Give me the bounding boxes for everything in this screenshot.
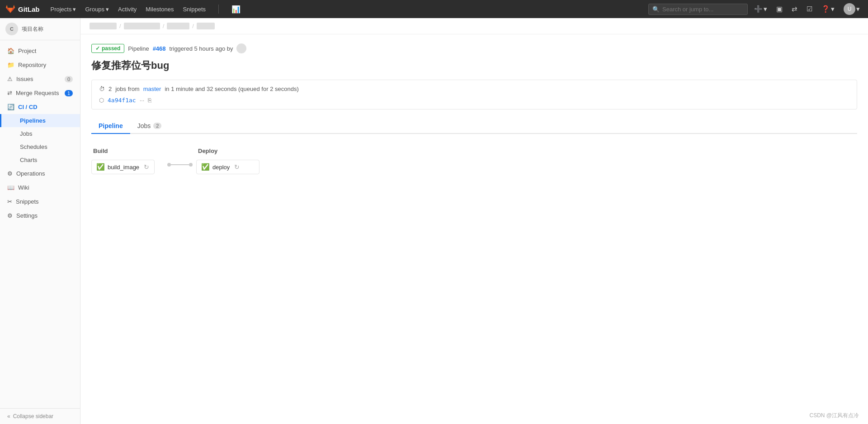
sidebar-nav: 🏠 Project 📁 Repository ⚠ Issues 0 ⇄ Merg… — [0, 40, 80, 408]
breadcrumb: ····· / ····· / ····· / ····· — [80, 18, 868, 34]
stage-deploy-jobs: ✅ deploy — [196, 160, 269, 174]
sidebar: C 项目名称 🏠 Project 📁 Repository ⚠ Issues 0… — [0, 18, 80, 424]
merge-request-icon-button[interactable]: ⇄ — [789, 3, 800, 15]
copy-hash-button[interactable]: ⎘ — [148, 97, 151, 104]
nav-snippets[interactable]: Snippets — [179, 4, 209, 14]
pipeline-number[interactable]: #468 — [153, 45, 166, 52]
gitlab-fox-icon — [5, 4, 15, 14]
merge-requests-badge: 1 — [65, 90, 73, 96]
snippets-icon: ✂ — [7, 198, 12, 205]
sidebar-subitem-charts[interactable]: Charts — [0, 153, 80, 167]
project-icon: 🏠 — [7, 48, 14, 54]
pipeline-title: 修复推荐位号bug — [91, 59, 857, 72]
trigger-user-avatar — [236, 43, 246, 53]
chart-nav-icon[interactable]: 📊 — [228, 3, 244, 15]
new-item-button[interactable]: ➕ — [751, 3, 770, 15]
sidebar-item-snippets[interactable]: ✂ Snippets — [0, 195, 80, 209]
search-input[interactable] — [662, 6, 744, 13]
build-image-status-icon: ✅ — [96, 163, 105, 171]
search-box[interactable]: 🔍 — [648, 4, 748, 15]
deploy-retry-button[interactable] — [234, 163, 240, 171]
watermark: CSDN @江风有点冷 — [809, 412, 859, 419]
sidebar-subitem-schedules[interactable]: Schedules — [0, 140, 80, 153]
sidebar-item-settings[interactable]: ⚙ Settings — [0, 209, 80, 223]
sidebar-item-merge-requests[interactable]: ⇄ Merge Requests 1 — [0, 86, 80, 100]
stage-build: Build ✅ build_image — [91, 148, 164, 174]
panel-icon: ▣ — [776, 5, 783, 13]
jobs-tab-badge: 2 — [153, 123, 161, 129]
duration-text: in 1 minute and 32 seconds (queued for 2… — [165, 86, 298, 92]
pipeline-tabs: Pipeline Jobs 2 — [91, 119, 857, 134]
breadcrumb-sep-2: / — [163, 23, 165, 29]
operations-icon: ⚙ — [7, 170, 13, 177]
commit-icon: ⬡ — [99, 97, 104, 104]
breadcrumb-item-4: ····· — [197, 23, 215, 29]
jobs-from-text: jobs from — [115, 86, 139, 92]
sidebar-item-repository[interactable]: 📁 Repository — [0, 58, 80, 72]
tab-jobs[interactable]: Jobs 2 — [130, 119, 169, 134]
tab-pipeline[interactable]: Pipeline — [91, 119, 130, 134]
brand-name: GitLab — [18, 5, 40, 13]
pipeline-label: Pipeline — [128, 45, 149, 52]
wiki-icon: 📖 — [7, 184, 14, 191]
todo-icon-button[interactable]: ☑ — [804, 3, 815, 15]
pipeline-status-badge: ✓ passed — [91, 44, 124, 53]
ci-cd-icon: 🔄 — [7, 104, 14, 110]
job-build-image[interactable]: ✅ build_image — [91, 160, 155, 174]
sidebar-item-project[interactable]: 🏠 Project — [0, 44, 80, 58]
job-deploy[interactable]: ✅ deploy — [196, 160, 259, 174]
nav-milestones[interactable]: Milestones — [142, 4, 177, 14]
breadcrumb-sep-3: / — [192, 23, 194, 29]
build-image-retry-button[interactable] — [144, 163, 149, 171]
issues-icon: ⚠ — [7, 76, 13, 82]
sidebar-project-avatar: C — [5, 23, 18, 35]
branch-link[interactable]: master — [143, 86, 161, 92]
jobs-count-text: 2 — [108, 86, 112, 92]
main-content: ····· / ····· / ····· / ····· ✓ passed P… — [80, 18, 868, 424]
pipeline-info-box: 2 jobs from master in 1 minute and 32 se… — [91, 80, 857, 110]
connector-line — [171, 164, 189, 165]
sidebar-item-issues[interactable]: ⚠ Issues 0 — [0, 72, 80, 86]
nav-links: Projects Groups Activity Milestones Snip… — [47, 4, 210, 14]
nav-projects[interactable]: Projects — [47, 4, 80, 14]
check-circle-icon: ✓ — [95, 45, 100, 52]
brand-logo[interactable]: GitLab — [5, 4, 40, 14]
merge-requests-icon: ⇄ — [7, 90, 12, 96]
pipeline-header: ✓ passed Pipeline #468 triggered 5 hours… — [91, 43, 857, 53]
deploy-status-icon: ✅ — [201, 163, 210, 171]
pipeline-graph: Build ✅ build_image — [91, 143, 857, 179]
stage-deploy: Deploy ✅ deploy — [196, 148, 269, 174]
connector-dot-right — [189, 163, 193, 167]
sidebar-subitem-jobs[interactable]: Jobs — [0, 127, 80, 140]
commit-hash-link[interactable]: 4a94f1ac — [108, 97, 136, 104]
job-build-image-label: build_image — [108, 164, 139, 171]
sidebar-item-operations[interactable]: ⚙ Operations — [0, 167, 80, 181]
sidebar-item-ci-cd[interactable]: 🔄 CI / CD — [0, 100, 80, 114]
user-menu-button[interactable]: U — [841, 1, 863, 17]
sidebar-subitem-pipelines[interactable]: Pipelines — [0, 114, 80, 127]
pipeline-page: ✓ passed Pipeline #468 triggered 5 hours… — [80, 34, 868, 188]
stage-build-jobs: ✅ build_image — [91, 160, 164, 174]
breadcrumb-item-3: ····· — [167, 23, 189, 29]
sidebar-item-wiki[interactable]: 📖 Wiki — [0, 181, 80, 195]
avatar: U — [844, 3, 855, 15]
groups-chevron-icon — [106, 6, 109, 13]
top-navbar: GitLab Projects Groups Activity Mileston… — [0, 0, 868, 18]
sidebar-header: C 项目名称 — [0, 18, 80, 40]
help-button[interactable]: ❓ — [819, 3, 837, 15]
repository-icon: 📁 — [7, 62, 14, 68]
navbar-right: 🔍 ➕ ▣ ⇄ ☑ ❓ U — [648, 1, 863, 17]
connector-dot-left — [167, 163, 171, 167]
collapse-sidebar-button[interactable]: Collapse sidebar — [0, 408, 80, 424]
stage-build-label: Build — [91, 148, 164, 154]
help-icon: ❓ — [821, 5, 830, 13]
ci-cd-subnav: Pipelines Jobs Schedules Charts — [0, 114, 80, 167]
sidebar-project-name: 项目名称 — [22, 25, 43, 33]
breadcrumb-item-1: ····· — [90, 23, 117, 29]
nav-activity[interactable]: Activity — [114, 4, 140, 14]
settings-icon: ⚙ — [7, 212, 13, 219]
nav-groups[interactable]: Groups — [81, 4, 113, 14]
user-chevron-icon — [856, 5, 860, 13]
panel-toggle-button[interactable]: ▣ — [774, 3, 785, 15]
breadcrumb-item-2: ····· — [124, 23, 160, 29]
